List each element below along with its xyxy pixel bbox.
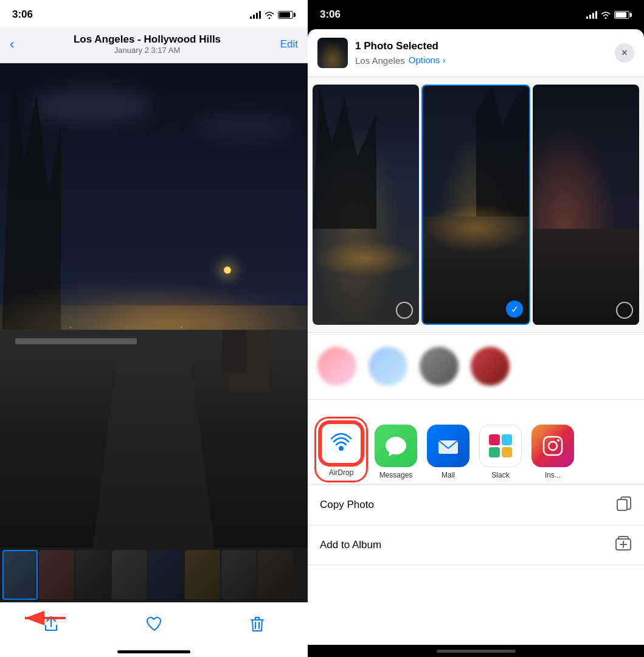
time-right: 3:06 [320, 9, 341, 21]
trash-button[interactable] [245, 611, 269, 638]
add-to-album-label: Add to Album [320, 539, 381, 551]
heart-button[interactable] [141, 611, 168, 637]
add-to-album-row[interactable]: Add to Album [308, 526, 644, 565]
photo-selection-row: ✓ [308, 77, 644, 333]
share-thumb [317, 38, 348, 68]
signal-icon-right [586, 11, 597, 19]
nav-bar: ‹ Los Angeles - Hollywood Hills January … [0, 27, 308, 63]
album-icon [615, 535, 632, 555]
messages-label: Messages [379, 471, 413, 479]
wifi-icon [265, 11, 274, 19]
airdrop-label: AirDrop [329, 468, 354, 477]
home-indicator-left [117, 650, 190, 653]
album-stack-icon [615, 535, 632, 551]
nav-title-group: Los Angeles - Hollywood Hills January 2 … [14, 33, 280, 55]
share-header: 1 Photo Selected Los Angeles Options › × [308, 29, 644, 77]
slack-label: Slack [491, 471, 509, 479]
mail-label: Mail [441, 471, 455, 479]
thumb-item[interactable] [185, 550, 220, 600]
sel-photo-1[interactable] [313, 85, 419, 325]
contact-2[interactable] [369, 347, 407, 386]
battery-icon-right [614, 11, 632, 19]
contacts-row [308, 333, 644, 400]
home-bar [437, 650, 516, 653]
mail-icon[interactable] [427, 425, 469, 467]
back-button[interactable]: ‹ [10, 36, 14, 52]
wifi-icon-right [601, 11, 611, 19]
thumb-item[interactable] [39, 550, 74, 600]
copy-photo-row[interactable]: Copy Photo [308, 485, 644, 526]
status-icons-right [586, 11, 632, 19]
share-sheet: 1 Photo Selected Los Angeles Options › × [308, 29, 644, 645]
share-location: Los Angeles [355, 55, 405, 66]
thumb-item[interactable] [148, 550, 184, 600]
airdrop-icon[interactable] [320, 422, 362, 465]
apps-row: AirDrop Messages Mail [308, 400, 644, 485]
close-button[interactable]: × [615, 43, 634, 63]
share-title: 1 Photo Selected [355, 40, 608, 52]
messages-app-item[interactable]: Messages [375, 425, 417, 479]
main-photo [0, 63, 308, 548]
copy-photo-label: Copy Photo [320, 499, 374, 511]
airdrop-app-item[interactable]: AirDrop [317, 420, 365, 479]
mail-app-item[interactable]: Mail [427, 425, 469, 479]
contact-3[interactable] [420, 347, 459, 386]
copy-pages-icon [616, 495, 632, 512]
svg-rect-6 [544, 437, 562, 455]
bottom-toolbar [0, 602, 308, 657]
edit-button[interactable]: Edit [280, 38, 298, 50]
red-arrow [20, 609, 69, 627]
select-circle-3[interactable] [616, 302, 633, 319]
status-bar-right: 3:06 [308, 0, 644, 27]
options-link[interactable]: Options › [409, 55, 446, 65]
sel-photo-2[interactable]: ✓ [421, 85, 530, 325]
svg-point-8 [557, 439, 559, 442]
photo-subtitle: January 2 3:17 AM [14, 46, 280, 55]
svg-point-7 [549, 442, 557, 450]
svg-point-4 [339, 446, 344, 451]
thumb-item[interactable] [221, 550, 257, 600]
signal-icon [250, 11, 261, 19]
status-icons-left [250, 11, 296, 19]
select-circle-2[interactable]: ✓ [506, 301, 523, 318]
share-title-group: 1 Photo Selected Los Angeles Options › [355, 40, 608, 66]
thumb-item[interactable] [112, 550, 147, 600]
slack-icon[interactable] [479, 425, 522, 467]
svg-rect-10 [617, 499, 627, 510]
left-panel: 3:06 ‹ Los [0, 0, 308, 657]
trash-icon [250, 616, 265, 633]
airdrop-waves-icon [328, 430, 355, 457]
messages-bubble-icon [383, 433, 409, 459]
battery-icon [278, 11, 296, 19]
time-left: 3:06 [12, 9, 33, 21]
right-panel: 3:06 [308, 0, 644, 657]
messages-icon[interactable] [375, 425, 417, 467]
slack-app-item[interactable]: Slack [479, 425, 522, 479]
heart-icon [146, 616, 163, 632]
home-indicator-right [308, 645, 644, 657]
instagram-icon[interactable] [531, 425, 574, 467]
status-bar-left: 3:06 [0, 0, 308, 27]
instagram-app-item[interactable]: Ins... [531, 425, 574, 479]
thumbnail-strip [0, 548, 308, 602]
night-scene [0, 63, 308, 548]
photo-title: Los Angeles - Hollywood Hills [14, 33, 280, 46]
select-circle-1[interactable] [396, 302, 413, 319]
thumb-item[interactable] [75, 550, 111, 600]
contact-4[interactable] [471, 347, 510, 386]
instagram-camera-icon [541, 434, 564, 457]
thumb-item[interactable] [258, 550, 293, 600]
instagram-label: Ins... [545, 471, 561, 479]
copy-icon [616, 495, 632, 515]
thumb-item[interactable] [2, 550, 38, 600]
contact-1[interactable] [317, 347, 356, 386]
mail-envelope-icon [435, 433, 461, 459]
sel-photo-3[interactable] [533, 85, 639, 325]
